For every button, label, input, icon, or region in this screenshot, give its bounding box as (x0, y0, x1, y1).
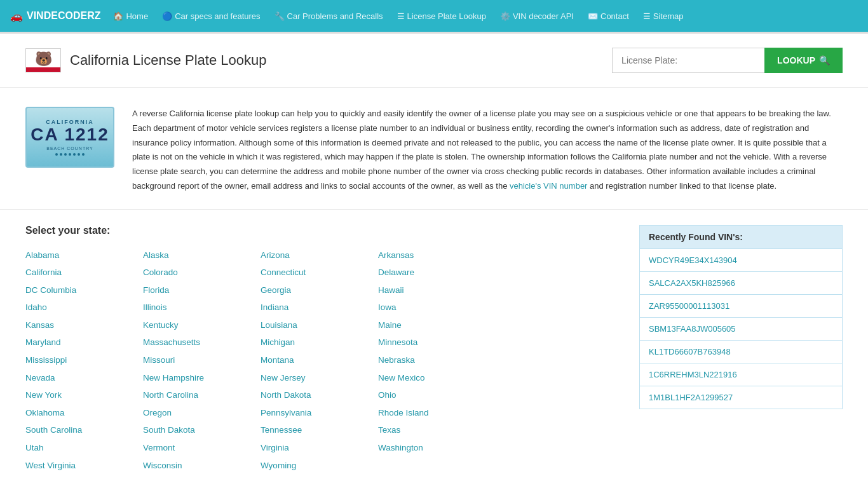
car-specs-icon: 🔵 (162, 11, 172, 21)
vin-list: WDCYR49E34X143904SALCA2AX5KH825966ZAR955… (639, 249, 843, 409)
state-link[interactable]: Michigan (261, 334, 378, 351)
state-flag: 🐻 (25, 48, 61, 72)
state-link[interactable]: Alabama (25, 247, 143, 264)
state-link[interactable]: Wisconsin (143, 457, 261, 475)
state-link[interactable]: South Carolina (25, 421, 143, 439)
state-link[interactable]: Minnesota (378, 334, 496, 351)
state-link[interactable]: Wyoming (261, 457, 378, 475)
content-inner: california CA 1212 BEACH COUNTRY A rever… (25, 107, 843, 194)
vin-link[interactable]: vehicle's VIN number (510, 181, 587, 191)
lookup-label: LOOKUP (777, 55, 815, 65)
sitemap-icon: ☰ (643, 11, 651, 21)
state-link[interactable]: Nevada (25, 369, 143, 387)
vin-item[interactable]: ZAR95500001113031 (639, 295, 843, 318)
header-section: 🐻 California License Plate Lookup LOOKUP… (0, 34, 868, 88)
wrench-icon: 🔧 (275, 11, 285, 21)
state-link[interactable]: Oregon (143, 404, 261, 422)
license-plate-input[interactable] (612, 48, 764, 73)
state-link[interactable]: Connecticut (261, 264, 378, 281)
state-link[interactable]: Arizona (261, 247, 378, 264)
state-link[interactable]: Oklahoma (25, 404, 143, 422)
vin-item[interactable]: SBM13FAA8JW005605 (639, 318, 843, 341)
nav-sitemap[interactable]: ☰ Sitemap (637, 8, 690, 25)
content-section: california CA 1212 BEACH COUNTRY A rever… (0, 88, 868, 210)
state-link[interactable]: Louisiana (261, 316, 378, 334)
state-link[interactable]: New York (25, 386, 143, 404)
state-link[interactable]: Hawaii (378, 281, 496, 299)
nav-car-specs[interactable]: 🔵 Car specs and features (156, 8, 266, 25)
state-link[interactable]: New Jersey (261, 369, 378, 387)
state-link[interactable]: New Hampshire (143, 369, 261, 387)
state-link[interactable]: North Dakota (261, 386, 378, 404)
state-link[interactable]: Texas (378, 421, 496, 439)
states-heading: Select your state: (25, 225, 624, 236)
nav-car-problems[interactable]: 🔧 Car Problems and Recalls (268, 8, 390, 25)
vin-item[interactable]: KL1TD66607B763948 (639, 341, 843, 363)
plate-dots (55, 153, 85, 156)
state-link[interactable]: New Mexico (378, 369, 496, 387)
state-col-1: AlabamaCaliforniaDC ColumbiaIdahoKansasM… (25, 247, 143, 475)
navbar: 🚗 VINDECODERZ 🏠 Home 🔵 Car specs and fea… (0, 0, 868, 32)
mail-icon: ✉️ (588, 11, 598, 21)
state-link[interactable]: Indiana (261, 299, 378, 316)
state-link[interactable]: Virginia (261, 439, 378, 457)
vin-item[interactable]: SALCA2AX5KH825966 (639, 272, 843, 295)
state-link[interactable]: Missouri (143, 351, 261, 369)
state-link[interactable]: Utah (25, 439, 143, 457)
state-col-3: ArizonaConnecticutGeorgiaIndianaLouisian… (261, 247, 378, 475)
state-link[interactable]: Florida (143, 281, 261, 299)
state-link[interactable]: Arkansas (378, 247, 496, 264)
state-link[interactable]: Delaware (378, 264, 496, 281)
state-col-2: AlaskaColoradoFloridaIllinoisKentuckyMas… (143, 247, 261, 475)
state-link[interactable]: Maryland (25, 334, 143, 351)
state-link[interactable]: Vermont (143, 439, 261, 457)
state-link[interactable]: Ohio (378, 386, 496, 404)
nav-vin-api[interactable]: ⚙️ VIN decoder API (494, 8, 580, 25)
state-link[interactable]: Pennsylvania (261, 404, 378, 422)
state-link[interactable]: Montana (261, 351, 378, 369)
state-link[interactable]: Colorado (143, 264, 261, 281)
states-grid: AlabamaCaliforniaDC ColumbiaIdahoKansasM… (25, 247, 624, 475)
state-link[interactable]: Illinois (143, 299, 261, 316)
state-link[interactable]: Idaho (25, 299, 143, 316)
states-section: Select your state: AlabamaCaliforniaDC C… (0, 210, 868, 489)
nav-contact[interactable]: ✉️ Contact (581, 8, 635, 25)
state-link[interactable]: South Dakota (143, 421, 261, 439)
state-link[interactable]: Kansas (25, 316, 143, 334)
gear-icon: ⚙️ (500, 11, 510, 21)
state-link[interactable]: North Carolina (143, 386, 261, 404)
state-link[interactable]: Nebraska (378, 351, 496, 369)
vin-item[interactable]: 1C6RREHM3LN221916 (639, 363, 843, 386)
vin-item[interactable]: WDCYR49E34X143904 (639, 249, 843, 272)
state-col-4: ArkansasDelawareHawaiiIowaMaineMinnesota… (378, 247, 496, 475)
search-icon: 🔍 (819, 55, 830, 65)
content-text: A reverse California license plate looku… (132, 107, 843, 194)
state-link[interactable]: Georgia (261, 281, 378, 299)
brand-link[interactable]: 🚗 VINDECODERZ (10, 10, 100, 22)
lookup-button[interactable]: LOOKUP 🔍 (764, 48, 843, 73)
vin-sidebar: Recently Found VIN's: WDCYR49E34X143904S… (639, 225, 843, 409)
state-link[interactable]: California (25, 264, 143, 281)
state-link[interactable]: Mississippi (25, 351, 143, 369)
nav-home[interactable]: 🏠 Home (107, 8, 154, 25)
state-link[interactable]: Alaska (143, 247, 261, 264)
state-link[interactable]: Kentucky (143, 316, 261, 334)
brand-name: VINDECODERZ (27, 10, 100, 22)
state-link[interactable]: Massachusetts (143, 334, 261, 351)
state-link[interactable]: DC Columbia (25, 281, 143, 299)
state-link[interactable]: Tennessee (261, 421, 378, 439)
plate-number: CA 1212 (31, 125, 109, 145)
car-icon: 🚗 (10, 10, 23, 22)
state-link[interactable]: West Virginia (25, 457, 143, 475)
state-link[interactable]: Maine (378, 316, 496, 334)
page-title-area: 🐻 California License Plate Lookup (25, 48, 266, 72)
state-link[interactable]: Rhode Island (378, 404, 496, 422)
plate-tagline: BEACH COUNTRY (46, 146, 93, 151)
vin-item[interactable]: 1M1BL1HF2A1299527 (639, 386, 843, 409)
state-link[interactable]: Iowa (378, 299, 496, 316)
state-link[interactable]: Washington (378, 439, 496, 457)
lookup-form: LOOKUP 🔍 (612, 48, 843, 73)
nav-license-plate[interactable]: ☰ License Plate Lookup (391, 8, 492, 25)
page-title: California License Plate Lookup (70, 52, 266, 69)
plate-icon: ☰ (397, 11, 405, 21)
